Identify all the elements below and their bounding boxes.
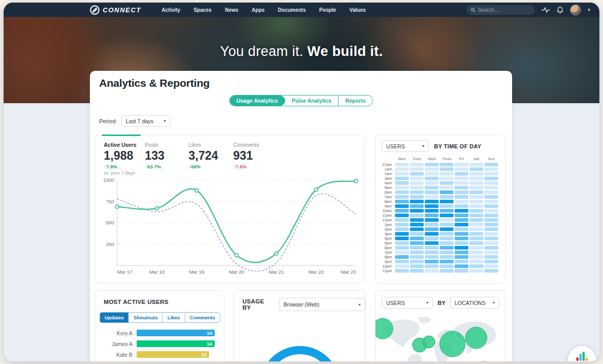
nav-item-activity[interactable]: Activity xyxy=(162,7,180,13)
heatmap-cell xyxy=(410,181,424,185)
heatmap-cell xyxy=(440,227,454,231)
hero-headline: You dream it. We build it. xyxy=(4,44,599,60)
heatmap-cell xyxy=(410,200,424,203)
locations-metric-select[interactable]: USERS▾ xyxy=(382,297,433,309)
most-active-tab-comments[interactable]: Comments xyxy=(185,313,219,322)
heatmap-cell xyxy=(440,190,454,194)
heatmap-cell xyxy=(469,167,483,171)
stat-posts[interactable]: Posts133↑63.7% xyxy=(145,142,164,169)
usage-by-select[interactable]: Browser (Web)▾ xyxy=(279,298,365,311)
heatmap-cell xyxy=(410,214,424,217)
most-active-tab-shoutouts[interactable]: Shoutouts xyxy=(129,313,163,322)
most-active-tab-updates[interactable]: Updates xyxy=(100,313,129,322)
heatmap-cell xyxy=(425,214,439,217)
heatmap-cell xyxy=(425,200,439,203)
slack-icon xyxy=(576,351,588,361)
location-bubble xyxy=(465,327,487,349)
chevron-down-icon: ▾ xyxy=(164,119,166,123)
tab-usage-analytics[interactable]: Usage Analytics xyxy=(230,95,285,106)
nav-item-apps[interactable]: Apps xyxy=(252,7,265,13)
heatmap-cell xyxy=(455,237,468,240)
stat-comments[interactable]: Comments931↓7.6% xyxy=(233,142,259,169)
nav-item-values[interactable]: Values xyxy=(349,7,366,13)
heatmap-cell xyxy=(395,218,409,222)
nav-item-spaces[interactable]: Spaces xyxy=(194,7,212,13)
hero-headline-regular: You dream it. xyxy=(220,44,304,59)
analytics-card: Analytics & Reporting Usage AnalyticsPul… xyxy=(90,71,512,361)
heatmap-cell xyxy=(395,195,409,199)
activity-pulse-icon[interactable] xyxy=(541,7,550,13)
chevron-down-icon: ▾ xyxy=(493,300,495,305)
locations-dimension-select[interactable]: LOCATIONS▾ xyxy=(450,297,499,309)
heatmap-day-header: Sat xyxy=(469,157,483,162)
stat-likes[interactable]: Likes3,724↑68% xyxy=(189,142,218,169)
heatmap-hour-label: 4pm xyxy=(381,237,394,240)
heatmap-cell xyxy=(484,264,498,268)
most-active-users-panel: MOST ACTIVE USERS UpdatesShoutoutsLikesC… xyxy=(95,290,224,361)
stat-label: Posts xyxy=(145,142,164,148)
heatmap-cell xyxy=(469,223,483,226)
stat-change: ↑7.8% xyxy=(104,164,137,169)
top-navbar: CONNECT ActivitySpacesNewsAppsDocumentsP… xyxy=(4,3,599,17)
heatmap-metric-select[interactable]: USERS▾ xyxy=(382,140,429,152)
heatmap-cell xyxy=(425,264,439,268)
period-select[interactable]: Last 7 days▾ xyxy=(121,115,171,127)
svg-text:Mar 17: Mar 17 xyxy=(117,269,133,275)
heatmap-cell xyxy=(455,251,468,254)
search-box[interactable] xyxy=(467,5,535,15)
heatmap-cell xyxy=(395,260,409,263)
most-active-users-title: MOST ACTIVE USERS xyxy=(104,299,168,305)
heatmap-cell xyxy=(395,167,409,171)
heatmap-cell xyxy=(425,190,439,194)
slack-widget-button[interactable] xyxy=(568,346,596,361)
heatmap-cell xyxy=(469,264,483,268)
stat-active-users[interactable]: Active Users1,988↑7.8%vs. prev 7 days xyxy=(104,142,137,176)
heatmap-day-header: Mon xyxy=(395,157,409,162)
heatmap-cell xyxy=(440,223,454,226)
heatmap-hour-label: 8pm xyxy=(381,255,394,259)
heatmap-cell xyxy=(455,204,468,208)
stat-change: ↑68% xyxy=(189,164,218,169)
heatmap-cell xyxy=(469,227,483,231)
heatmap-cell xyxy=(410,218,424,222)
usage-by-label: USAGE BY xyxy=(242,298,274,311)
heatmap-cell xyxy=(469,172,483,176)
heatmap-cell xyxy=(440,241,454,245)
tab-pulse-analytics[interactable]: Pulse Analytics xyxy=(285,95,338,106)
heatmap-cell xyxy=(410,237,424,240)
heatmap-cell xyxy=(484,177,498,180)
usage-by-header: USAGE BY Browser (Web)▾ xyxy=(242,298,365,311)
heatmap-cell xyxy=(469,204,483,208)
heatmap-cell xyxy=(425,260,439,263)
heatmap-cell xyxy=(440,264,454,268)
heatmap-cell xyxy=(440,232,454,236)
usage-by-panel: USAGE BY Browser (Web)▾ xyxy=(234,290,366,361)
heatmap-cell xyxy=(440,181,454,185)
heatmap-cell xyxy=(484,251,498,254)
heatmap-cell xyxy=(440,269,454,273)
heatmap-cell xyxy=(455,190,468,194)
most-active-row: James A14 xyxy=(96,340,224,347)
nav-item-people[interactable]: People xyxy=(319,7,336,13)
heatmap-cell xyxy=(484,232,498,236)
notifications-bell-icon[interactable] xyxy=(557,6,563,14)
heatmap-hour-label: 12am xyxy=(381,163,394,166)
nav-item-documents[interactable]: Documents xyxy=(278,7,306,13)
heatmap-hour-label: 11am xyxy=(381,214,394,217)
stat-value: 3,724 xyxy=(189,149,218,163)
user-avatar[interactable] xyxy=(570,5,581,15)
search-input[interactable] xyxy=(478,7,531,13)
heatmap-cell xyxy=(484,214,498,217)
nav-item-news[interactable]: News xyxy=(225,7,238,13)
most-active-tab-likes[interactable]: Likes xyxy=(163,313,185,322)
heatmap-cell xyxy=(440,246,454,250)
heatmap-cell xyxy=(484,246,498,250)
heatmap-cell xyxy=(410,241,424,245)
heatmap-cell xyxy=(425,195,439,199)
tab-reports[interactable]: Reports xyxy=(338,95,372,106)
heatmap-hour-label: 2pm xyxy=(381,227,394,231)
user-menu-caret[interactable]: ▾ xyxy=(588,7,590,12)
app-logo[interactable]: CONNECT xyxy=(90,5,141,15)
chevron-down-icon: ▾ xyxy=(422,144,424,148)
heatmap-cell xyxy=(484,218,498,222)
